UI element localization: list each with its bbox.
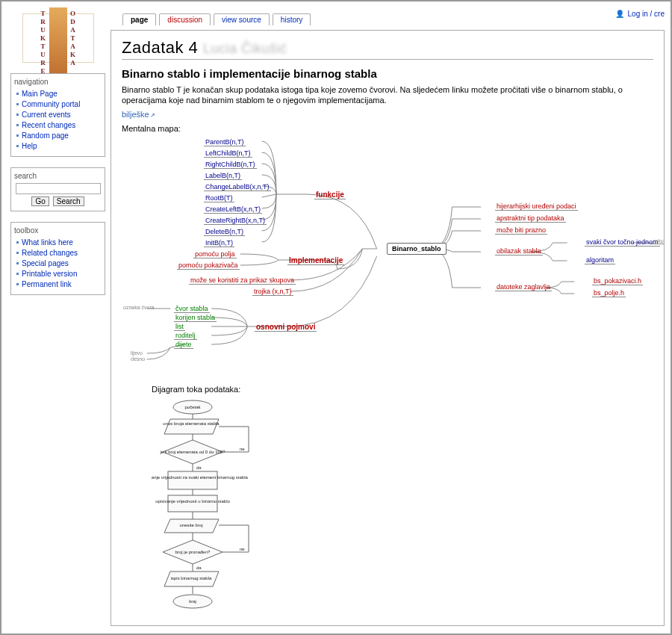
mm-osn-4: dijete [174, 341, 193, 349]
nav-link-0[interactable]: Main Page [22, 90, 57, 98]
toolbox-link-1[interactable]: Related changes [22, 249, 78, 257]
svg-rect-14 [168, 495, 217, 512]
svg-text:da: da [196, 566, 202, 570]
mm-impl-label: Implementacije [287, 256, 344, 265]
notes-link[interactable]: bilješke [122, 110, 155, 119]
mm-func-0: ParentB(n,T) [204, 138, 246, 146]
mm-dat: datoteke zaglavlja [495, 283, 552, 291]
mm-osn-sub-l: lijevo [129, 350, 144, 356]
svg-rect-11 [168, 471, 217, 489]
mm-osn-label: osnovni pojmovi [255, 323, 317, 332]
mm-ob-tail: rekurzivno zadavanje [652, 238, 665, 244]
mm-osn-0: čvor stabla [174, 305, 210, 313]
mm-r0: hijerarhijski uređeni podaci [495, 202, 578, 211]
mm-osn-3: roditelj [174, 332, 197, 340]
nav-link-3[interactable]: Recent changes [22, 121, 75, 129]
mm-osn-sub-r: desno [129, 356, 146, 362]
nav-link-4[interactable]: Random page [22, 131, 69, 140]
mm-obilazak: obilazak stabla [495, 247, 543, 255]
tab-history[interactable]: history [273, 13, 311, 25]
tab-page[interactable]: page [122, 13, 156, 25]
svg-text:kraj: kraj [189, 599, 196, 604]
mm-func-5: RootB(T) [204, 194, 234, 202]
mm-impl-extra0: može se koristiti za prikaz skupova [189, 276, 296, 285]
toolbox-title: toolbox [14, 226, 38, 235]
svg-text:je li broj elemenata od 0 do 1: je li broj elemenata od 0 do 100? [159, 450, 225, 454]
nav-link-1[interactable]: Community portal [22, 100, 80, 108]
section-heading: Binarno stablo i implementacije binarnog… [122, 67, 653, 80]
page-tabs: pagediscussionview sourcehistory [111, 13, 665, 30]
toolbox-link-4[interactable]: Permanent link [22, 280, 72, 288]
flowchart-label: Dijagram toka podataka: [152, 385, 653, 394]
search-input[interactable] [16, 183, 101, 194]
mm-osn-sub-parent: oznaka čvora [122, 305, 156, 310]
mm-ob-1: algoritam [585, 256, 615, 264]
search-title: search [14, 172, 37, 180]
mm-osn-2: list [174, 323, 185, 331]
page-title: Zadatak 4 Lucia Čikušić [122, 38, 653, 60]
mm-impl-0: pomoću polja [193, 250, 237, 258]
nav-link-2[interactable]: Current events [22, 111, 71, 119]
svg-text:unos broja elemenata stabla: unos broja elemenata stabla [163, 421, 220, 426]
svg-text:broj je pronađen?: broj je pronađen? [175, 550, 211, 554]
mm-func-8: DeleteB(n,T) [204, 228, 245, 236]
mm-func-7: CreateRightB(x,n,T) [204, 217, 267, 225]
mm-dat-0: bs_pokazivaci.h [592, 277, 643, 285]
tab-view-source[interactable]: view source [214, 13, 270, 25]
mm-func-4: ChangeLabelB(x,n,T) [204, 183, 271, 191]
search-portlet: search Go Search [10, 167, 105, 211]
tab-discussion[interactable]: discussion [159, 13, 211, 25]
mm-func-9: InitB(n,T) [204, 239, 234, 247]
toolbox-link-2[interactable]: Special pages [22, 259, 69, 267]
svg-text:ispis binarnog stabla: ispis binarnog stabla [171, 576, 212, 580]
nav-link-5[interactable]: Help [22, 142, 37, 150]
svg-text:unesite broj: unesite broj [179, 523, 202, 527]
mm-funkcije-label: funkcije [314, 190, 346, 199]
mm-ob-0: svaki čvor točno jednom [585, 238, 660, 247]
search-button[interactable]: Search [53, 196, 84, 206]
svg-text:da: da [196, 465, 202, 470]
svg-text:generiranje vrijednosti za sva: generiranje vrijednosti za svaki element… [152, 475, 249, 480]
mm-dat-1: bs_polje.h [592, 289, 626, 297]
flowchart: početak unos broja elemenata stabla je l… [152, 398, 653, 624]
mm-func-2: RightChildB(n,T) [204, 161, 257, 169]
toolbox-portlet: toolbox What links hereRelated changesSp… [10, 222, 105, 295]
mm-impl-extra1: trojka (x,n,T) [252, 288, 293, 296]
svg-text:upisivanje vrijednosti u binar: upisivanje vrijednosti u binarno stablo [155, 499, 230, 504]
go-button[interactable]: Go [31, 196, 49, 206]
intro-paragraph: Binarno stablo T je konačan skup podatak… [122, 84, 653, 105]
svg-text:ne: ne [240, 447, 245, 451]
mindmap-label: Mentalna mapa: [122, 123, 653, 134]
svg-text:početak: početak [184, 405, 201, 409]
mindmap: Binarno_stablo funkcije ParentB(n,T)Left… [122, 138, 653, 362]
nav-title: navigation [14, 78, 49, 86]
mm-func-1: LeftChildB(n,T) [204, 149, 252, 158]
mm-impl-1: pomoću pokazivača [177, 261, 240, 270]
toolbox-link-3[interactable]: Printable version [22, 270, 77, 278]
mm-center: Binarno_stablo [387, 243, 447, 255]
toolbox-link-0[interactable]: What links here [22, 238, 73, 247]
mm-osn-1: korijen stabla [174, 314, 217, 322]
mm-func-3: LabelB(n,T) [204, 172, 242, 180]
mm-func-6: CreateLeftB(x,n,T) [204, 205, 262, 214]
mm-r2: može biti prazno [495, 226, 547, 235]
svg-text:ne: ne [240, 547, 245, 551]
nav-portlet: navigation Main PageCommunity portalCurr… [10, 73, 105, 157]
page-body: Zadatak 4 Lucia Čikušić Binarno stablo i… [111, 30, 665, 626]
mm-r1: apstraktni tip podataka [495, 214, 566, 223]
site-logo[interactable]: STRUKTUREPODATAKA [22, 13, 94, 63]
